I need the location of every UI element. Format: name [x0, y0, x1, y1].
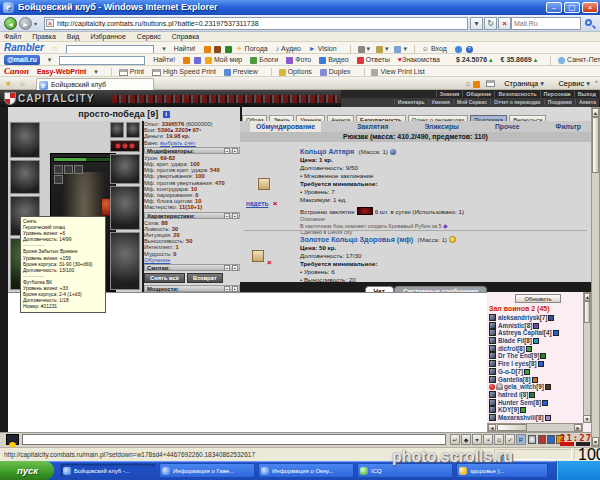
clan-badge[interactable]	[526, 346, 532, 352]
nav-chat[interactable]: Общение	[462, 91, 494, 97]
favorites-star-icon[interactable]: ☆	[52, 45, 58, 52]
item-name[interactable]: Золотое Кольцо Здоровья (мф)	[300, 235, 413, 244]
player-name[interactable]: hatred i	[498, 391, 521, 398]
clear-icon[interactable]: ◆	[461, 434, 471, 445]
tool-icon[interactable]	[547, 435, 555, 444]
url-dropdown-button[interactable]: ▾	[470, 17, 483, 30]
scroll-right-icon[interactable]: ►	[574, 424, 582, 431]
tab-spells[interactable]: Заклятия	[357, 121, 388, 132]
scroll-thumb[interactable]	[497, 424, 527, 431]
browser-tab[interactable]: e Бойцовский клуб	[36, 78, 154, 90]
canon-duplex-button[interactable]: Duplex	[329, 68, 351, 75]
scroll-up-icon[interactable]: ▲	[584, 293, 590, 301]
clan-badge[interactable]	[540, 353, 546, 359]
clan-badge[interactable]	[524, 369, 530, 375]
powers-header[interactable]: Мощности:−▪	[144, 285, 240, 292]
item-name[interactable]: Кольцо Алтаря	[300, 147, 354, 156]
camera-icon[interactable]	[194, 57, 201, 64]
pencil-icon[interactable]	[183, 57, 190, 64]
rambler-vision-link[interactable]: Vision	[318, 45, 337, 52]
clan-badge[interactable]	[533, 323, 539, 329]
dropdown-icon[interactable]: ▾	[367, 45, 371, 52]
wear-link[interactable]: надеть	[246, 200, 268, 207]
clan-badge[interactable]	[532, 377, 538, 383]
canon-highspeed-button[interactable]: High Speed Print	[163, 68, 216, 75]
collapse-icon[interactable]: −	[224, 265, 230, 271]
add-favorite-icon[interactable]: ☆	[19, 77, 26, 90]
training-link[interactable]: Обучение	[144, 257, 171, 263]
refresh-button[interactable]: ↻	[484, 17, 497, 30]
address-input[interactable]	[44, 17, 468, 30]
mailru-find-button[interactable]: Найти!	[153, 56, 175, 63]
scroll-thumb[interactable]	[592, 117, 599, 173]
characteristics-header[interactable]: Характеристики:−▪	[144, 212, 240, 219]
return-button[interactable]: Возврат	[187, 273, 223, 283]
nav-character[interactable]: Персонаж	[540, 91, 574, 97]
rambler-weather-link[interactable]: Погода	[245, 45, 268, 52]
mailru-video-link[interactable]: Видео	[328, 56, 348, 63]
asterisk-icon[interactable]	[455, 46, 462, 53]
rss-icon[interactable]	[473, 81, 480, 88]
mailru-weather[interactable]: Санкт-Петербург +1 °C	[567, 56, 600, 63]
dropdown-icon[interactable]: ▾	[403, 45, 407, 52]
helmet-slot[interactable]	[10, 122, 40, 158]
item-icon[interactable]	[258, 178, 270, 190]
clan-badge[interactable]	[533, 338, 539, 344]
clan-badge[interactable]	[548, 315, 554, 321]
player-name[interactable]: dicfrol	[498, 345, 517, 352]
minimize-button[interactable]: –	[546, 2, 562, 13]
rambler-find-button[interactable]: Найти!	[174, 45, 196, 52]
taskbar-task[interactable]: Бойцовский клуб -...	[60, 463, 156, 478]
collapse-icon[interactable]: −	[224, 213, 230, 219]
nav-fights[interactable]: Поединки	[544, 99, 575, 105]
bracers-slot[interactable]	[10, 160, 40, 194]
folder-icon[interactable]	[376, 46, 383, 53]
clan-badge[interactable]	[545, 415, 551, 421]
private-icon[interactable]: ✓	[505, 434, 515, 445]
earring-slot[interactable]	[126, 122, 140, 138]
print-icon[interactable]	[486, 80, 495, 87]
favorites-icon[interactable]: ★	[5, 77, 12, 90]
player-name[interactable]: Amnistic	[498, 322, 525, 329]
canon-preview-button[interactable]: Preview	[233, 68, 258, 75]
nav-profile[interactable]: Анкета	[575, 99, 599, 105]
tool-icon[interactable]	[538, 435, 546, 444]
player-name[interactable]: Dr The End	[498, 352, 532, 359]
pin-icon[interactable]: ▪	[232, 213, 238, 219]
dropdown-icon[interactable]: ▾	[48, 56, 52, 63]
history-dropdown-icon[interactable]: ▾	[34, 20, 37, 27]
gloves-slot[interactable]	[110, 154, 140, 184]
ring-slot[interactable]	[54, 165, 63, 174]
ring-slot[interactable]	[54, 175, 63, 184]
scroll-up-icon[interactable]: ▲	[592, 108, 599, 117]
nav-knowledge[interactable]: Знания	[436, 91, 463, 97]
menu-file[interactable]: Файл	[4, 33, 21, 40]
game-logo[interactable]: CAPITALCITY	[18, 93, 94, 104]
clan-badge[interactable]	[520, 407, 526, 413]
mailru-answers-link[interactable]: Ответы	[366, 56, 390, 63]
search-input[interactable]	[511, 17, 581, 30]
mailru-search-input[interactable]	[59, 56, 145, 65]
player-name[interactable]: Fire l eyes	[498, 360, 529, 367]
player-name[interactable]: G-o-D	[498, 368, 516, 375]
clan-badge[interactable]	[538, 361, 544, 367]
mailru-blogs-link[interactable]: Блоги	[259, 56, 278, 63]
chart-icon[interactable]	[394, 46, 401, 53]
tab-elixirs[interactable]: Эликсиры	[424, 121, 458, 132]
mailru-myworld-link[interactable]: Мой мир	[214, 56, 242, 63]
rambler-login-link[interactable]: Вход	[431, 45, 447, 52]
save-log-icon[interactable]: ▪	[483, 434, 493, 445]
menu-tools[interactable]: Сервис	[137, 33, 161, 40]
scrolls-header[interactable]: Смотки:−▪	[144, 264, 240, 271]
leggings-slot[interactable]	[110, 232, 140, 290]
rambler-audio-link[interactable]: Аудио	[281, 45, 301, 52]
collapse-icon[interactable]: −	[224, 148, 230, 154]
amulet-slot[interactable]	[110, 186, 140, 230]
player-name[interactable]: Hunter Sem	[498, 399, 533, 406]
tab-filter[interactable]: Фильтр	[556, 121, 581, 132]
clock-icon[interactable]	[528, 435, 536, 444]
send-icon[interactable]: ↵	[450, 434, 460, 445]
player-name[interactable]: Blade Fil	[498, 337, 524, 344]
sidebar-hscrollbar[interactable]: ◄ ►	[487, 423, 583, 432]
menu-view[interactable]: Вид	[67, 33, 80, 40]
